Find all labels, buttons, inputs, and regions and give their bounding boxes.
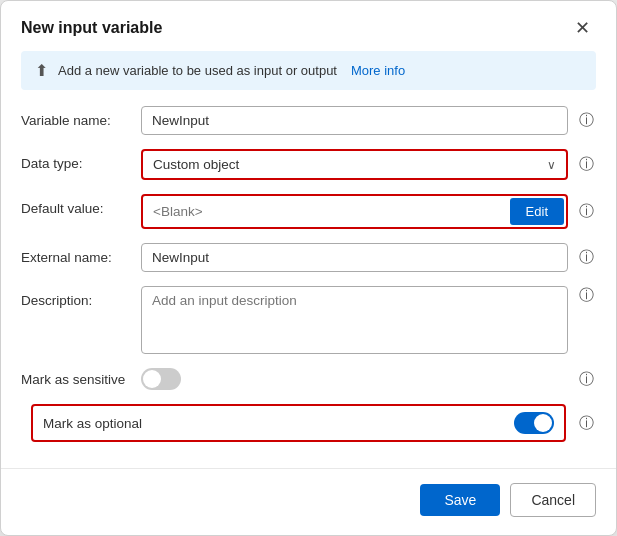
mark-optional-slider (514, 412, 554, 434)
mark-sensitive-row: Mark as sensitive ⓘ (21, 368, 596, 390)
default-value-control: Edit ⓘ (141, 194, 596, 229)
form-body: Variable name: ⓘ Data type: Custom objec… (1, 106, 616, 468)
default-value-input[interactable] (143, 198, 508, 225)
save-button[interactable]: Save (420, 484, 500, 516)
upload-icon: ⬆ (35, 61, 48, 80)
description-control: ⓘ (141, 286, 596, 354)
blank-input-wrap: Edit (141, 194, 568, 229)
data-type-control: Custom object String Integer Float Boole… (141, 149, 596, 180)
mark-sensitive-info-icon[interactable]: ⓘ (576, 370, 596, 389)
default-value-row: Default value: Edit ⓘ (21, 194, 596, 229)
description-info-icon[interactable]: ⓘ (576, 286, 596, 305)
external-name-input[interactable] (141, 243, 568, 272)
mark-optional-info-icon[interactable]: ⓘ (576, 414, 596, 433)
mark-sensitive-slider (141, 368, 181, 390)
external-name-label: External name: (21, 243, 131, 265)
variable-name-label: Variable name: (21, 106, 131, 128)
mark-optional-label: Mark as optional (43, 416, 504, 431)
mark-sensitive-toggle[interactable] (141, 368, 181, 390)
dialog-title: New input variable (21, 19, 162, 37)
edit-button[interactable]: Edit (510, 198, 564, 225)
mark-optional-box: Mark as optional (31, 404, 566, 442)
mark-sensitive-label: Mark as sensitive (21, 372, 131, 387)
mark-sensitive-toggle-wrap: ⓘ (141, 368, 596, 390)
default-value-label: Default value: (21, 194, 131, 216)
mark-optional-row: Mark as optional ⓘ (21, 404, 596, 442)
dialog-footer: Save Cancel (1, 468, 616, 535)
data-type-info-icon[interactable]: ⓘ (576, 155, 596, 174)
data-type-select-wrapper: Custom object String Integer Float Boole… (141, 149, 568, 180)
description-label: Description: (21, 286, 131, 308)
variable-name-info-icon[interactable]: ⓘ (576, 111, 596, 130)
external-name-control: ⓘ (141, 243, 596, 272)
variable-name-input[interactable] (141, 106, 568, 135)
variable-name-control: ⓘ (141, 106, 596, 135)
default-value-info-icon[interactable]: ⓘ (576, 202, 596, 221)
close-button[interactable]: ✕ (569, 17, 596, 39)
data-type-label: Data type: (21, 149, 131, 171)
mark-optional-toggle[interactable] (514, 412, 554, 434)
data-type-select[interactable]: Custom object String Integer Float Boole… (143, 151, 566, 178)
info-banner: ⬆ Add a new variable to be used as input… (21, 51, 596, 90)
external-name-row: External name: ⓘ (21, 243, 596, 272)
external-name-info-icon[interactable]: ⓘ (576, 248, 596, 267)
description-textarea[interactable] (141, 286, 568, 354)
new-input-variable-dialog: New input variable ✕ ⬆ Add a new variabl… (0, 0, 617, 536)
dialog-title-bar: New input variable ✕ (1, 1, 616, 51)
description-row: Description: ⓘ (21, 286, 596, 354)
cancel-button[interactable]: Cancel (510, 483, 596, 517)
banner-text: Add a new variable to be used as input o… (58, 63, 337, 78)
variable-name-row: Variable name: ⓘ (21, 106, 596, 135)
data-type-row: Data type: Custom object String Integer … (21, 149, 596, 180)
more-info-link[interactable]: More info (351, 63, 405, 78)
